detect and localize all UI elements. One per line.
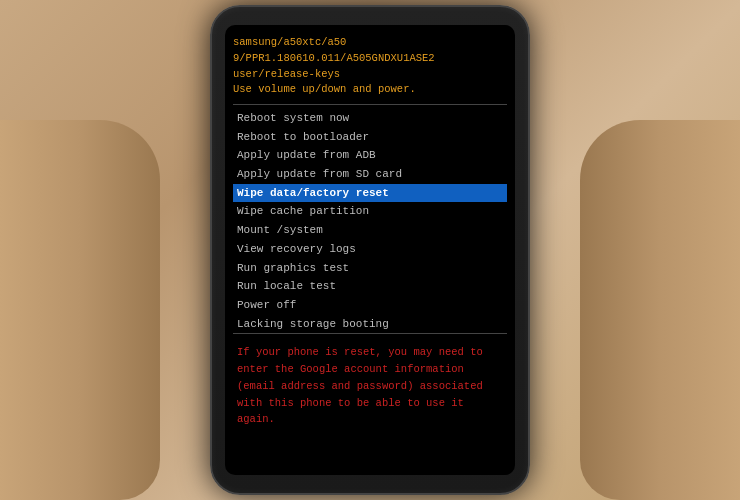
menu-item-9[interactable]: Run locale test (233, 277, 507, 296)
menu-item-10[interactable]: Power off (233, 296, 507, 315)
menu-item-1[interactable]: Reboot to bootloader (233, 128, 507, 147)
recovery-header: samsung/a50xtc/a50 9/PPR1.180610.011/A50… (233, 31, 507, 105)
menu-item-4[interactable]: Wipe data/factory reset (233, 184, 507, 203)
scene: samsung/a50xtc/a50 9/PPR1.180610.011/A50… (0, 0, 740, 500)
hand-right (580, 120, 740, 500)
header-line-2: 9/PPR1.180610.011/A505GNDXU1ASE2 (233, 51, 507, 67)
hand-left (0, 120, 160, 500)
header-line-1: samsung/a50xtc/a50 (233, 35, 507, 51)
menu-item-7[interactable]: View recovery logs (233, 240, 507, 259)
menu-item-0[interactable]: Reboot system now (233, 109, 507, 128)
phone-screen: samsung/a50xtc/a50 9/PPR1.180610.011/A50… (225, 25, 515, 475)
menu-item-3[interactable]: Apply update from SD card (233, 165, 507, 184)
warning-text: If your phone is reset, you may need to … (237, 344, 503, 428)
menu-item-2[interactable]: Apply update from ADB (233, 146, 507, 165)
menu-item-11[interactable]: Lacking storage booting (233, 315, 507, 334)
menu-item-8[interactable]: Run graphics test (233, 259, 507, 278)
menu-item-5[interactable]: Wipe cache partition (233, 202, 507, 221)
warning-section: If your phone is reset, you may need to … (233, 340, 507, 432)
menu-item-6[interactable]: Mount /system (233, 221, 507, 240)
recovery-menu: Reboot system nowReboot to bootloaderApp… (233, 109, 507, 334)
header-line-4: Use volume up/down and power. (233, 82, 507, 98)
header-line-3: user/release-keys (233, 67, 507, 83)
phone-device: samsung/a50xtc/a50 9/PPR1.180610.011/A50… (210, 5, 530, 495)
